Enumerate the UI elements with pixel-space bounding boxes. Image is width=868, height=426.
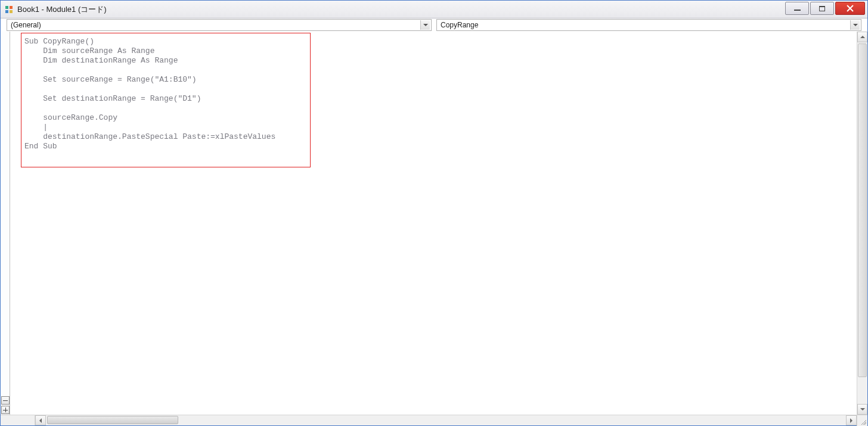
window-title: Book1 - Module1 (コード)	[17, 4, 785, 15]
procedure-combo[interactable]: CopyRange	[436, 19, 861, 31]
full-module-view-button[interactable]	[1, 406, 10, 414]
chevron-down-icon[interactable]	[420, 20, 430, 30]
code-text[interactable]: Sub CopyRange() Dim sourceRange As Range…	[24, 37, 275, 151]
close-icon	[847, 5, 854, 12]
scroll-up-button[interactable]	[857, 32, 867, 42]
horizontal-scrollbar[interactable]	[35, 415, 857, 425]
module-icon	[4, 5, 14, 14]
scroll-spacer	[1, 415, 35, 425]
vertical-scroll-thumb[interactable]	[858, 43, 867, 377]
minimize-button[interactable]	[785, 2, 809, 15]
close-button[interactable]	[835, 2, 865, 15]
svg-rect-3	[10, 10, 13, 13]
window-controls	[785, 1, 867, 18]
procedure-view-button[interactable]	[1, 396, 10, 405]
procedure-combo-value: CopyRange	[441, 21, 478, 29]
editor-area: Sub CopyRange() Dim sourceRange As Range…	[1, 32, 867, 415]
chevron-down-icon[interactable]	[850, 20, 860, 30]
scroll-right-button[interactable]	[846, 415, 857, 425]
horizontal-scroll-thumb[interactable]	[47, 416, 178, 424]
titlebar[interactable]: Book1 - Module1 (コード)	[1, 1, 867, 18]
code-window: Book1 - Module1 (コード) (General) CopyRang…	[0, 0, 868, 426]
scroll-left-button[interactable]	[35, 415, 46, 425]
vertical-scrollbar[interactable]	[857, 32, 867, 415]
declaration-bar: (General) CopyRange	[1, 18, 867, 32]
svg-rect-0	[5, 6, 8, 9]
svg-rect-1	[10, 6, 13, 9]
scroll-down-button[interactable]	[857, 404, 867, 415]
svg-rect-2	[5, 10, 8, 13]
bottom-scroll-row	[1, 415, 867, 425]
resize-grip[interactable]	[857, 415, 867, 426]
view-gutter	[1, 32, 10, 415]
object-combo-value: (General)	[11, 21, 41, 29]
maximize-button[interactable]	[810, 2, 834, 15]
object-combo[interactable]: (General)	[7, 19, 432, 31]
code-pane[interactable]: Sub CopyRange() Dim sourceRange As Range…	[10, 32, 857, 415]
